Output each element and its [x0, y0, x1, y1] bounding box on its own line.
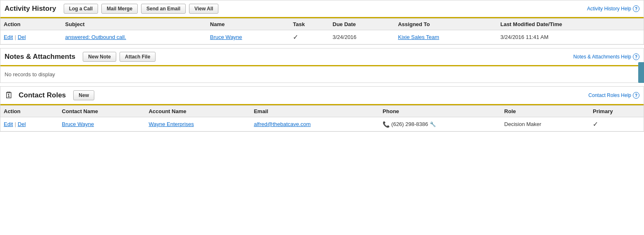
contact-roles-help-link[interactable]: Contact Roles Help ?: [589, 92, 639, 99]
del-link[interactable]: Del: [18, 34, 26, 40]
cr-del-link[interactable]: Del: [18, 121, 26, 127]
table-row: Edit | Del answered: Outbound call. Bruc…: [0, 30, 644, 44]
cr-account-name-link[interactable]: Wayne Enterprises: [148, 121, 194, 127]
cr-col-primary: Primary: [589, 106, 644, 117]
contact-roles-title: Contact Roles: [19, 91, 66, 99]
cr-col-email: Email: [251, 106, 379, 117]
contact-roles-help-icon: ?: [633, 92, 639, 99]
notes-help-link[interactable]: Notes & Attachments Help ?: [573, 53, 639, 60]
col-assigned-to: Assigned To: [395, 19, 497, 30]
due-date-cell: 3/24/2016: [329, 30, 395, 44]
new-note-button[interactable]: New Note: [83, 52, 116, 62]
notes-attachments-title: Notes & Attachments: [5, 53, 75, 61]
cr-col-action: Action: [0, 106, 59, 117]
phone-wave-icon: 📞: [383, 121, 390, 128]
task-checkmark: ✓: [293, 34, 298, 41]
phone-ext-icon: 🔧: [430, 121, 436, 127]
activity-history-help-icon: ?: [633, 5, 639, 12]
contact-roles-help-text: Contact Roles Help: [589, 92, 631, 98]
edit-link[interactable]: Edit: [4, 34, 13, 40]
view-all-button[interactable]: View All: [189, 4, 218, 14]
scrollbar-indicator[interactable]: [638, 62, 644, 83]
log-call-button[interactable]: Log a Call: [64, 4, 98, 14]
notes-help-icon: ?: [633, 53, 639, 60]
contact-roles-icon: 🗓: [5, 90, 14, 101]
cr-contact-name-link[interactable]: Bruce Wayne: [62, 121, 94, 127]
col-last-modified: Last Modified Date/Time: [497, 19, 644, 30]
name-link[interactable]: Bruce Wayne: [210, 34, 242, 40]
cr-col-role: Role: [501, 106, 589, 117]
new-button[interactable]: New: [73, 90, 94, 100]
col-action: Action: [0, 19, 62, 30]
cr-col-phone: Phone: [379, 106, 501, 117]
last-modified-cell: 3/24/2016 11:41 AM: [497, 30, 644, 44]
cr-table-row: Edit | Del Bruce Wayne Wayne Enterprises…: [0, 117, 644, 131]
no-records-message: No records to display: [0, 66, 644, 82]
assigned-to-link[interactable]: Kixie Sales Team: [398, 34, 439, 40]
cr-primary-checkmark: ✓: [593, 121, 598, 128]
activity-history-title: Activity History: [5, 5, 56, 13]
cr-col-account-name: Account Name: [145, 106, 250, 117]
attach-file-button[interactable]: Attach File: [120, 52, 156, 62]
col-due-date: Due Date: [329, 19, 395, 30]
subject-link[interactable]: answered: Outbound call.: [65, 34, 126, 40]
send-email-button[interactable]: Send an Email: [141, 4, 186, 14]
cr-col-contact-name: Contact Name: [59, 106, 146, 117]
notes-help-text: Notes & Attachments Help: [573, 54, 631, 60]
activity-history-help-link[interactable]: Activity History Help ?: [587, 5, 639, 12]
activity-history-help-text: Activity History Help: [587, 6, 631, 12]
phone-value: (626) 298-8386: [391, 121, 428, 127]
col-name: Name: [207, 19, 290, 30]
mail-merge-button[interactable]: Mail Merge: [101, 4, 138, 14]
cr-email-link[interactable]: alfred@thebatcave.com: [254, 121, 311, 127]
col-subject: Subject: [62, 19, 207, 30]
col-task: Task: [290, 19, 329, 30]
cr-edit-link[interactable]: Edit: [4, 121, 13, 127]
cr-role-cell: Decision Maker: [501, 117, 589, 131]
